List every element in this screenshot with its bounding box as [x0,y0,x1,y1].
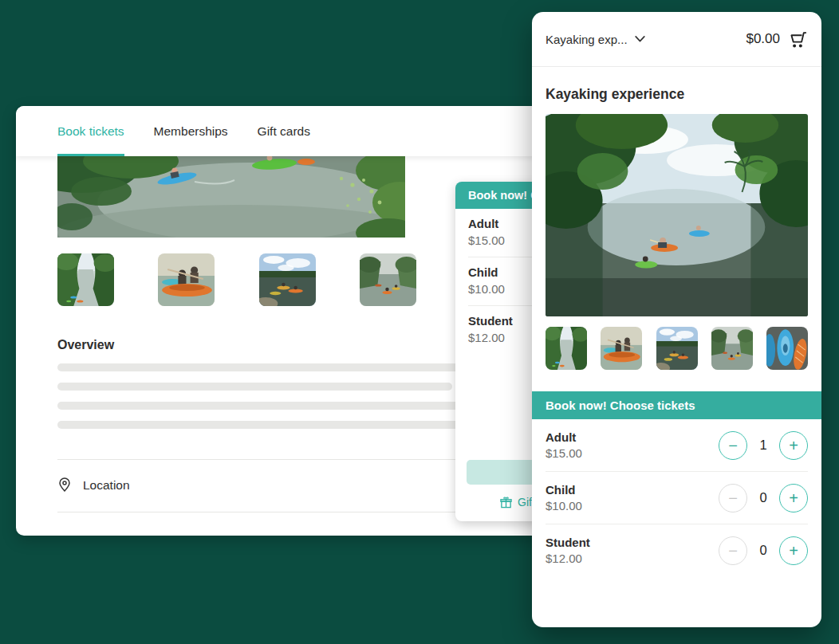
gallery-thumbnail-1[interactable] [546,327,587,370]
decrease-button[interactable]: − [719,536,747,565]
thumbnail-strip [546,327,808,370]
tab-book-tickets[interactable]: Book tickets [57,106,124,156]
widget-top-bar: Kayaking exp... $0.00 [532,12,821,67]
gallery-thumbnail-4[interactable] [360,253,416,306]
increase-button[interactable]: + [779,431,808,460]
quantity-stepper-adult: − 1 + [719,431,808,460]
gallery-thumbnail-1[interactable] [57,253,114,306]
ticket-row-child: Child $10.00 − 0 + [546,472,808,524]
overview-heading: Overview [57,338,517,352]
decrease-button[interactable]: − [719,484,747,512]
ticket-price: $15.00 [546,446,582,460]
chevron-down-icon [635,36,645,42]
quantity-value: 0 [758,543,769,558]
gallery-thumbnail-5[interactable] [766,327,808,370]
location-accordion[interactable]: Location [57,460,517,512]
ticket-row-adult: Adult $15.00 − 1 + [546,419,808,472]
ticket-type: Child [546,483,582,497]
tab-bar: Book tickets Memberships Gift cards [16,106,558,156]
experience-title: Kayaking experience [546,86,808,103]
increase-button[interactable]: + [779,484,808,512]
main-gallery-photo [57,156,405,238]
product-selector[interactable]: Kayaking exp... [546,33,645,46]
ticket-type: Adult [546,430,582,444]
location-label: Location [83,478,130,493]
divider [57,512,517,512]
ticket-row-student: Student $12.00 − 0 + [546,524,808,576]
quantity-stepper-child: − 0 + [719,484,808,512]
gift-icon [500,497,512,509]
quantity-stepper-student: − 0 + [719,536,808,565]
tab-memberships[interactable]: Memberships [154,106,228,156]
decrease-button[interactable]: − [719,431,747,460]
skeleton-line [57,421,475,429]
skeleton-line [57,363,517,371]
tab-gift-cards[interactable]: Gift cards [258,106,310,156]
choose-tickets-banner: Book now! Choose tickets [532,391,821,419]
cart-button[interactable]: $0.00 [746,29,808,49]
gallery-thumbnail-2[interactable] [158,253,215,306]
increase-button[interactable]: + [779,536,808,565]
quantity-value: 0 [758,490,769,505]
gallery-thumbnail-3[interactable] [656,327,698,370]
map-pin-icon [57,477,72,493]
booking-widget-panel: Kayaking exp... $0.00 Kayaking experienc… [532,12,821,627]
gallery-thumbnail-3[interactable] [259,253,316,306]
ticket-type: Student [546,536,590,549]
thumbnail-strip [57,253,517,306]
skeleton-line [57,402,517,410]
skeleton-line [57,383,452,391]
cart-total: $0.00 [746,31,780,47]
gallery-thumbnail-2[interactable] [601,327,642,370]
product-selector-label: Kayaking exp... [546,33,628,46]
quantity-value: 1 [758,438,769,453]
shopping-cart-icon [788,29,808,49]
gallery-thumbnail-4[interactable] [711,327,753,370]
ticket-price: $10.00 [546,499,582,512]
experience-photo [546,114,808,316]
ticket-price: $12.00 [546,552,590,565]
kayak-river-photo [57,156,405,238]
kayak-river-photo [546,114,808,316]
